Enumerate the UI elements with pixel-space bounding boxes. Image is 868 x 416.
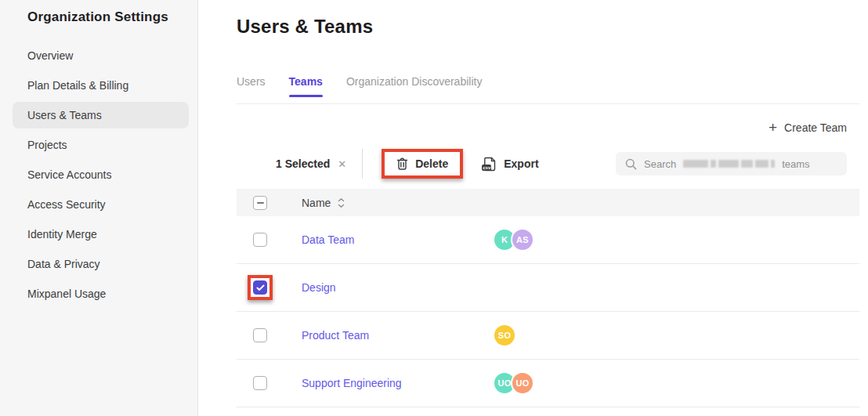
- trash-icon: [396, 157, 408, 170]
- sidebar-item-service-accounts[interactable]: Service Accounts: [13, 161, 189, 188]
- member-avatars: K AS: [493, 228, 534, 251]
- search-placeholder-prefix: Search: [644, 158, 676, 170]
- export-label: Export: [504, 157, 538, 170]
- tab-bar: Users Teams Organization Discoverability: [237, 75, 859, 104]
- avatar: UO: [511, 371, 534, 395]
- selected-count: 1 Selected: [276, 157, 330, 170]
- sidebar-item-data-privacy[interactable]: Data & Privacy: [13, 251, 189, 277]
- table-row-design: Design: [237, 264, 859, 312]
- organization-settings-page: Organization Settings Overview Plan Deta…: [0, 0, 868, 416]
- sidebar-item-access-security[interactable]: Access Security: [13, 191, 189, 218]
- search-input[interactable]: Search teams: [616, 152, 847, 175]
- product-team-checkbox[interactable]: [253, 328, 267, 342]
- sidebar-item-mixpanel-usage[interactable]: Mixpanel Usage: [13, 280, 189, 307]
- select-all-checkbox[interactable]: [253, 196, 267, 210]
- teams-toolbar: 1 Selected ✕ Delete: [237, 148, 859, 179]
- settings-sidebar: Organization Settings Overview Plan Deta…: [0, 0, 198, 416]
- team-name-link[interactable]: Data Team: [302, 233, 354, 246]
- support-engineering-checkbox[interactable]: [253, 376, 267, 390]
- member-avatars: SO: [493, 324, 516, 347]
- csv-badge: csv: [482, 165, 491, 171]
- export-button[interactable]: csv Export: [483, 157, 538, 172]
- name-column-header[interactable]: Name: [302, 197, 493, 209]
- csv-file-icon: csv: [483, 157, 497, 172]
- tab-users[interactable]: Users: [237, 75, 266, 97]
- name-header-label: Name: [302, 197, 331, 209]
- tab-teams[interactable]: Teams: [289, 75, 323, 97]
- selection-status: 1 Selected ✕: [237, 157, 346, 170]
- tab-organization-discoverability[interactable]: Organization Discoverability: [346, 75, 483, 97]
- sort-icon: [338, 197, 345, 208]
- teams-table: Name Data Team K AS: [237, 189, 859, 407]
- team-name-link[interactable]: Support Engineering: [302, 377, 402, 389]
- sidebar-nav: Overview Plan Details & Billing Users & …: [0, 42, 197, 307]
- design-row-checkbox[interactable]: [253, 280, 267, 295]
- team-name-link[interactable]: Design: [302, 281, 336, 294]
- table-header: Name: [237, 189, 859, 216]
- search-placeholder-suffix: teams: [782, 158, 809, 170]
- sidebar-title: Organization Settings: [0, 0, 197, 25]
- page-title: Users & Teams: [237, 16, 859, 38]
- clear-selection-icon[interactable]: ✕: [338, 158, 346, 170]
- data-team-checkbox[interactable]: [253, 233, 267, 247]
- team-name-link[interactable]: Product Team: [302, 329, 369, 342]
- create-team-button[interactable]: + Create Team: [769, 121, 847, 134]
- search-icon: [625, 158, 637, 170]
- table-row-support-engineering: Support Engineering UO UO: [237, 360, 859, 407]
- toolbar-divider: [362, 149, 363, 179]
- avatar: AS: [511, 228, 534, 251]
- sidebar-item-identity-merge[interactable]: Identity Merge: [13, 221, 189, 248]
- sidebar-item-users-teams[interactable]: Users & Teams: [13, 102, 189, 128]
- create-team-row: + Create Team: [237, 104, 859, 134]
- sidebar-item-plan-details-billing[interactable]: Plan Details & Billing: [13, 72, 189, 99]
- delete-button[interactable]: Delete: [382, 149, 463, 179]
- create-team-label: Create Team: [784, 121, 847, 134]
- main-content: Users & Teams Users Teams Organization D…: [198, 0, 868, 416]
- plus-icon: +: [769, 122, 777, 133]
- sidebar-item-projects[interactable]: Projects: [13, 132, 189, 158]
- member-avatars: UO UO: [493, 371, 534, 395]
- delete-label: Delete: [415, 157, 448, 170]
- table-row-data-team: Data Team K AS: [237, 216, 859, 264]
- table-row-product-team: Product Team SO: [237, 312, 859, 360]
- avatar: SO: [493, 324, 516, 347]
- sidebar-item-overview[interactable]: Overview: [13, 42, 189, 69]
- search-placeholder-redacted: [683, 160, 775, 168]
